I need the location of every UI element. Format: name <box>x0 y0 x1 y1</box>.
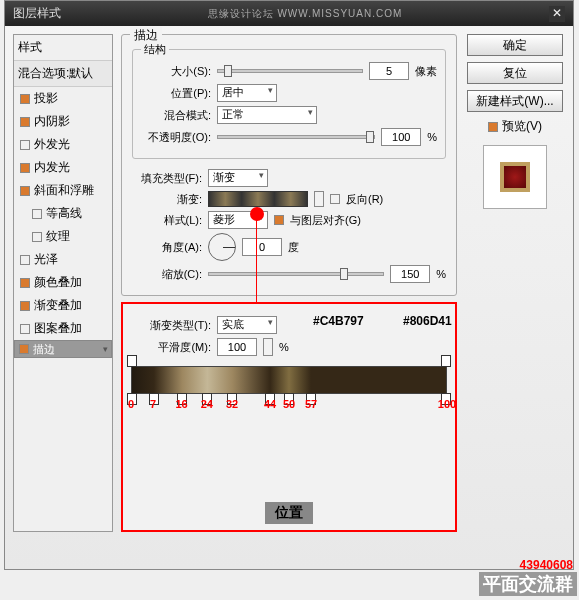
stop-value: 57 <box>305 398 317 410</box>
position-annotation: 位置 <box>265 502 313 524</box>
sidebar-item-渐变叠加[interactable]: 渐变叠加 <box>14 294 112 317</box>
reverse-label: 反向(R) <box>346 192 383 207</box>
sidebar-item-label: 颜色叠加 <box>34 274 82 291</box>
checkbox-icon[interactable] <box>20 163 30 173</box>
stop-value: 50 <box>283 398 295 410</box>
checkbox-icon[interactable] <box>20 117 30 127</box>
annotation-dot <box>250 207 264 221</box>
opacity-stop[interactable] <box>127 355 137 367</box>
gradient-preview[interactable] <box>208 191 308 207</box>
sidebar-item-label: 光泽 <box>34 251 58 268</box>
stop-value: 44 <box>264 398 276 410</box>
smooth-input[interactable] <box>217 338 257 356</box>
watermark-group: 平面交流群 <box>479 572 577 596</box>
filltype-label: 填充类型(F): <box>132 171 202 186</box>
sidebar-item-等高线[interactable]: 等高线 <box>14 202 112 225</box>
stop-value: 7 <box>150 398 156 410</box>
gradient-picker-arrow[interactable] <box>314 191 324 207</box>
opacity-slider[interactable] <box>217 135 375 139</box>
newstyle-button[interactable]: 新建样式(W)... <box>467 90 563 112</box>
scale-input[interactable] <box>390 265 430 283</box>
sidebar-item-label: 外发光 <box>34 136 70 153</box>
scale-unit: % <box>436 268 446 280</box>
scale-slider[interactable] <box>208 272 384 276</box>
checkbox-icon[interactable] <box>20 301 30 311</box>
stroke-group: 描边 结构 大小(S): 像素 位置(P): 居中 混合模式: <box>121 34 457 296</box>
blend-label: 混合模式: <box>141 108 211 123</box>
sidebar-item-label: 渐变叠加 <box>34 297 82 314</box>
sidebar-item-投影[interactable]: 投影 <box>14 87 112 110</box>
position-select[interactable]: 居中 <box>217 84 277 102</box>
gradient-bar[interactable] <box>131 366 447 394</box>
sidebar-item-颜色叠加[interactable]: 颜色叠加 <box>14 271 112 294</box>
preview-label: 预览(V) <box>502 118 542 135</box>
checkbox-icon[interactable] <box>32 232 42 242</box>
size-unit: 像素 <box>415 64 437 79</box>
checkbox-icon[interactable] <box>20 255 30 265</box>
scale-label: 缩放(C): <box>132 267 202 282</box>
gradtype-select[interactable]: 实底 <box>217 316 277 334</box>
hex2-label: #806D41 <box>403 314 452 328</box>
sidebar-item-label: 等高线 <box>46 205 82 222</box>
sidebar-item-label: 投影 <box>34 90 58 107</box>
filltype-select[interactable]: 渐变 <box>208 169 268 187</box>
angle-wheel[interactable] <box>208 233 236 261</box>
checkbox-icon[interactable] <box>32 209 42 219</box>
size-input[interactable] <box>369 62 409 80</box>
checkbox-icon[interactable] <box>19 344 29 354</box>
smooth-label: 平滑度(M): <box>131 340 211 355</box>
close-icon[interactable]: ✕ <box>549 6 565 22</box>
struct-subgroup: 结构 大小(S): 像素 位置(P): 居中 混合模式: 正常 <box>132 49 446 159</box>
angle-label: 角度(A): <box>132 240 202 255</box>
gradient-editor: 渐变类型(T): 实底 #C4B797 #806D41 平滑度(M): % 07… <box>121 302 457 532</box>
sidebar-item-斜面和浮雕[interactable]: 斜面和浮雕 <box>14 179 112 202</box>
opacity-label: 不透明度(O): <box>141 130 211 145</box>
sidebar-item-纹理[interactable]: 纹理 <box>14 225 112 248</box>
reverse-checkbox[interactable] <box>330 194 340 204</box>
sidebar-item-外发光[interactable]: 外发光 <box>14 133 112 156</box>
sidebar-item-内发光[interactable]: 内发光 <box>14 156 112 179</box>
struct-title: 结构 <box>141 42 169 57</box>
size-slider[interactable] <box>217 69 363 73</box>
stop-value: 100 <box>438 398 456 410</box>
sidebar: 样式 混合选项:默认 投影内阴影外发光内发光斜面和浮雕等高线纹理光泽颜色叠加渐变… <box>13 34 113 532</box>
dialog-title: 图层样式 <box>13 5 61 22</box>
sidebar-item-label: 图案叠加 <box>34 320 82 337</box>
blend-select[interactable]: 正常 <box>217 106 317 124</box>
opacity-stop[interactable] <box>441 355 451 367</box>
stop-value: 24 <box>201 398 213 410</box>
brand-text: 思缘设计论坛 WWW.MISSYUAN.COM <box>208 7 403 21</box>
opacity-input[interactable] <box>381 128 421 146</box>
smooth-stepper[interactable] <box>263 338 273 356</box>
sidebar-item-描边[interactable]: 描边 <box>14 340 112 358</box>
stop-value: 16 <box>175 398 187 410</box>
align-label: 与图层对齐(G) <box>290 213 361 228</box>
smooth-unit: % <box>279 341 289 353</box>
checkbox-icon[interactable] <box>20 140 30 150</box>
size-label: 大小(S): <box>141 64 211 79</box>
sidebar-item-label: 描边 <box>33 342 55 357</box>
cancel-button[interactable]: 复位 <box>467 62 563 84</box>
checkbox-icon[interactable] <box>20 186 30 196</box>
align-checkbox[interactable] <box>274 215 284 225</box>
hex1-label: #C4B797 <box>313 314 364 328</box>
checkbox-icon[interactable] <box>20 324 30 334</box>
angle-input[interactable] <box>242 238 282 256</box>
stop-value: 0 <box>128 398 134 410</box>
sidebar-item-光泽[interactable]: 光泽 <box>14 248 112 271</box>
titlebar: 图层样式 思缘设计论坛 WWW.MISSYUAN.COM ✕ <box>5 1 573 26</box>
sidebar-item-label: 纹理 <box>46 228 70 245</box>
sidebar-item-内阴影[interactable]: 内阴影 <box>14 110 112 133</box>
gradient-label: 渐变: <box>132 192 202 207</box>
sidebar-item-图案叠加[interactable]: 图案叠加 <box>14 317 112 340</box>
preview-checkbox[interactable] <box>488 122 498 132</box>
preview-box <box>483 145 547 209</box>
sidebar-item-label: 内发光 <box>34 159 70 176</box>
ok-button[interactable]: 确定 <box>467 34 563 56</box>
checkbox-icon[interactable] <box>20 278 30 288</box>
style-label: 样式(L): <box>132 213 202 228</box>
watermark-id: 43940608 <box>520 558 573 572</box>
sidebar-sub[interactable]: 混合选项:默认 <box>14 61 112 87</box>
checkbox-icon[interactable] <box>20 94 30 104</box>
sidebar-item-label: 内阴影 <box>34 113 70 130</box>
